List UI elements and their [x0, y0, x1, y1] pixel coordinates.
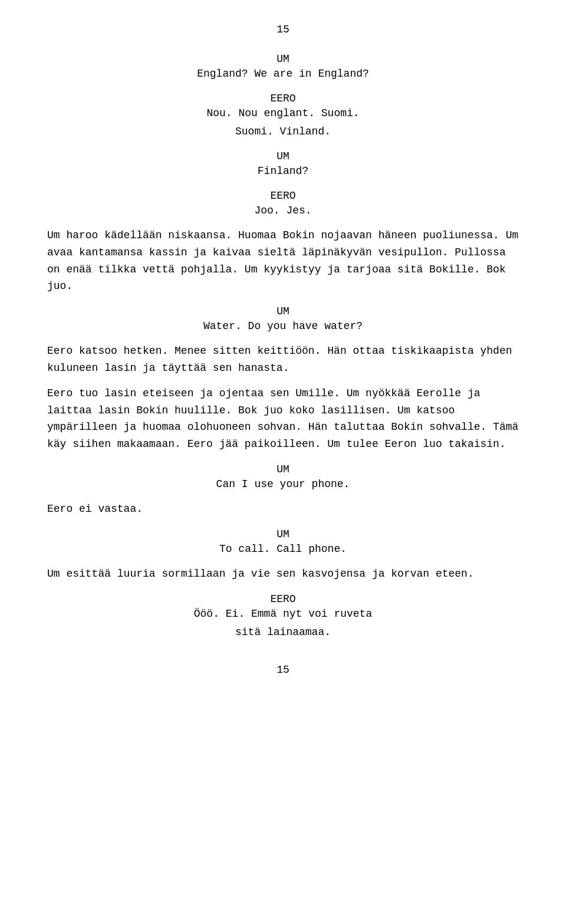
- dialogue-eero-2: Joo. Jes.: [47, 203, 519, 219]
- dialogue-um-5: To call. Call phone.: [47, 541, 519, 557]
- dialogue-um-2: Finland?: [47, 163, 519, 179]
- action-4: Eero ei vastaa.: [47, 501, 519, 518]
- page-number-top: 15: [47, 24, 519, 35]
- action-2: Eero katsoo hetken. Menee sitten keittiö…: [47, 343, 519, 377]
- page-container: 15 UM England? We are in England? EERO N…: [0, 0, 566, 924]
- speaker-eero-1: EERO: [47, 93, 519, 104]
- action-3: Eero tuo lasin eteiseen ja ojentaa sen U…: [47, 385, 519, 453]
- action-5: Um esittää luuria sormillaan ja vie sen …: [47, 565, 519, 583]
- dialogue-eero-3a: Ööö. Ei. Emmä nyt voi ruveta: [47, 606, 519, 622]
- page-number-bottom: 15: [47, 664, 519, 676]
- speaker-um-5: UM: [47, 528, 519, 540]
- action-1: Um haroo kädellään niskaansa. Huomaa Bok…: [47, 227, 519, 295]
- speaker-um-4: UM: [47, 463, 519, 475]
- dialogue-um-1: England? We are in England?: [47, 66, 519, 82]
- dialogue-um-4: Can I use your phone.: [47, 476, 519, 492]
- dialogue-um-3: Water. Do you have water?: [47, 318, 519, 334]
- speaker-um-3: UM: [47, 305, 519, 317]
- speaker-eero-2: EERO: [47, 190, 519, 202]
- speaker-um-2: UM: [47, 150, 519, 162]
- speaker-eero-3: EERO: [47, 593, 519, 605]
- dialogue-eero-3b: sitä lainaamaa.: [47, 624, 519, 640]
- dialogue-eero-1a: Nou. Nou englant. Suomi.: [47, 106, 519, 121]
- speaker-um-1: UM: [47, 53, 519, 65]
- dialogue-eero-1b: Suomi. Vinland.: [47, 124, 519, 140]
